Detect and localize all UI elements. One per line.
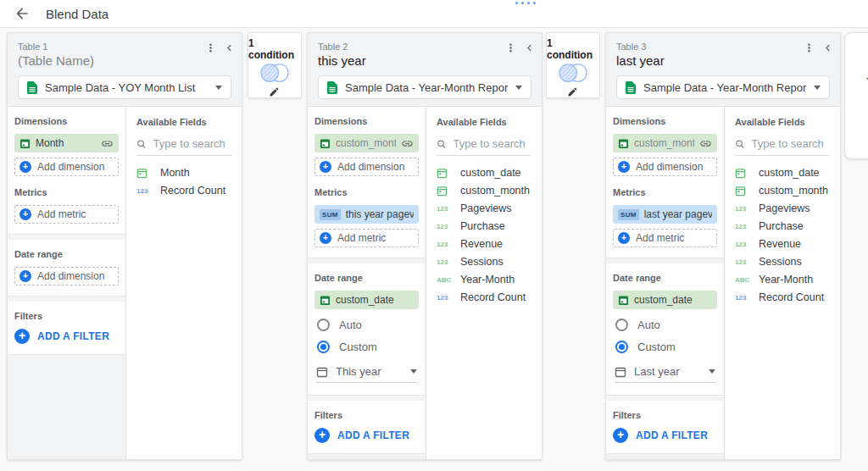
add-filter-button[interactable]: + ADD A FILTER: [14, 329, 119, 344]
date-range-chip[interactable]: custom_date: [314, 291, 419, 309]
field-item[interactable]: 123Sessions: [735, 256, 830, 268]
field-item[interactable]: ABCYear-Month: [735, 274, 830, 285]
collapse-panel-icon[interactable]: [820, 40, 835, 55]
sheets-icon: [327, 81, 337, 94]
field-item[interactable]: custom_date: [735, 167, 830, 179]
sheets-icon: [626, 81, 636, 94]
field-item[interactable]: 123Pageviews: [735, 202, 830, 214]
add-date-range-button[interactable]: + Add dimension: [14, 267, 119, 285]
field-item[interactable]: 123Revenue: [735, 238, 830, 250]
link-icon[interactable]: [101, 137, 114, 150]
field-item[interactable]: 123Record Count: [735, 291, 830, 303]
table-name-input[interactable]: last year: [616, 53, 830, 68]
table-3-header: Table 3 last year Sample Data - Year-Mon…: [606, 33, 840, 107]
join-another-table-card[interactable]: Join another table +: [844, 32, 868, 159]
field-item[interactable]: 123Record Count: [136, 185, 231, 197]
numeric-field-icon: 123: [437, 258, 453, 266]
field-item[interactable]: 123Purchase: [735, 220, 830, 232]
radio-selected-icon[interactable]: [615, 341, 628, 353]
date-range-chip[interactable]: custom_date: [613, 291, 717, 309]
calendar-field-icon: [136, 168, 153, 179]
plus-icon: +: [19, 208, 31, 220]
field-label: Year-Month: [759, 274, 813, 285]
join-condition-card-1[interactable]: 1 condition: [248, 32, 302, 98]
plus-icon: +: [320, 161, 331, 173]
field-search[interactable]: [136, 137, 231, 156]
field-search[interactable]: [437, 137, 531, 156]
field-item[interactable]: Month: [136, 167, 231, 179]
filters-card: Filters + ADD A FILTER: [308, 401, 426, 454]
link-icon[interactable]: [699, 137, 712, 150]
table-label: Table 1: [18, 42, 231, 52]
table-2-panel: Table 2 this year Sample Data - Year-Mon…: [307, 32, 542, 460]
add-dimension-button[interactable]: + Add dimension: [613, 158, 717, 176]
date-custom-option[interactable]: Custom: [615, 341, 717, 353]
field-label: Record Count: [160, 185, 225, 197]
metric-chip[interactable]: SUM this year pageviews: [314, 205, 419, 224]
custom-label: Custom: [637, 341, 676, 353]
dimension-chip[interactable]: custom_month: [314, 134, 419, 152]
venn-join-icon: [253, 61, 297, 85]
table-name-input[interactable]: this year: [318, 53, 531, 68]
numeric-field-icon: 123: [136, 187, 153, 195]
dimensions-label: Dimensions: [314, 116, 419, 126]
radio-unselected-icon[interactable]: [615, 319, 628, 331]
add-metric-button[interactable]: + Add metric: [14, 205, 119, 224]
radio-unselected-icon[interactable]: [317, 319, 330, 331]
plus-icon: +: [613, 428, 628, 443]
field-label: Year-Month: [460, 274, 515, 285]
plus-icon: +: [618, 232, 630, 244]
field-item[interactable]: custom_month: [437, 185, 531, 197]
available-fields-title: Available Fields: [136, 117, 231, 127]
field-item[interactable]: custom_date: [437, 167, 531, 179]
data-source-selector[interactable]: Sample Data - YOY Month List: [18, 75, 231, 99]
available-fields-list: custom_datecustom_month123Pageviews123Pu…: [735, 167, 830, 303]
auto-label: Auto: [637, 319, 660, 331]
data-source-selector[interactable]: Sample Data - Year-Month Report: [616, 75, 830, 99]
chevron-down-icon: [515, 86, 522, 90]
collapse-panel-icon[interactable]: [521, 40, 537, 55]
radio-selected-icon[interactable]: [317, 341, 330, 353]
edit-condition-icon[interactable]: [567, 86, 579, 97]
field-item[interactable]: custom_month: [735, 185, 830, 197]
data-source-selector[interactable]: Sample Data - Year-Month Report: [318, 75, 531, 99]
add-filter-button[interactable]: + ADD A FILTER: [314, 428, 419, 443]
field-item[interactable]: 123Pageviews: [437, 202, 531, 214]
date-custom-option[interactable]: Custom: [317, 341, 419, 353]
field-item[interactable]: 123Record Count: [437, 291, 531, 303]
date-auto-option[interactable]: Auto: [317, 319, 419, 331]
add-metric-button[interactable]: + Add metric: [314, 229, 419, 247]
field-item[interactable]: 123Purchase: [437, 220, 531, 232]
dimension-chip-label: custom_month: [336, 137, 396, 149]
more-options-icon[interactable]: [503, 40, 518, 55]
search-input[interactable]: [752, 137, 830, 150]
collapse-panel-icon[interactable]: [221, 40, 236, 55]
edit-condition-icon[interactable]: [269, 86, 281, 97]
field-item[interactable]: ABCYear-Month: [437, 274, 531, 285]
more-options-icon[interactable]: [203, 40, 218, 55]
field-item[interactable]: 123Revenue: [437, 238, 531, 250]
add-dimension-button[interactable]: + Add dimension: [314, 158, 419, 176]
add-metric-button[interactable]: + Add metric: [613, 229, 717, 247]
chevron-down-icon: [814, 86, 821, 90]
field-search[interactable]: [735, 137, 830, 156]
plus-icon: +: [14, 329, 30, 344]
metric-chip[interactable]: SUM last year pageviews: [613, 205, 717, 224]
calendar-field-icon: [437, 186, 453, 197]
link-icon[interactable]: [401, 137, 414, 150]
date-period-select[interactable]: This year: [316, 365, 417, 383]
date-period-select[interactable]: Last year: [615, 365, 715, 383]
dimension-chip[interactable]: custom_month: [613, 134, 717, 152]
more-options-icon[interactable]: [801, 40, 816, 55]
dimension-chip[interactable]: Month: [14, 134, 119, 152]
table-name-input[interactable]: (Table Name): [18, 53, 231, 68]
add-filter-button[interactable]: + ADD A FILTER: [613, 428, 717, 443]
search-input[interactable]: [453, 137, 531, 150]
add-dimension-button[interactable]: + Add dimension: [14, 158, 119, 176]
date-auto-option[interactable]: Auto: [615, 319, 717, 331]
back-arrow-button[interactable]: [14, 5, 31, 22]
field-item[interactable]: 123Sessions: [437, 256, 531, 268]
join-condition-card-2[interactable]: 1 condition: [546, 32, 600, 98]
search-input[interactable]: [153, 137, 231, 150]
period-value: Last year: [634, 365, 701, 378]
